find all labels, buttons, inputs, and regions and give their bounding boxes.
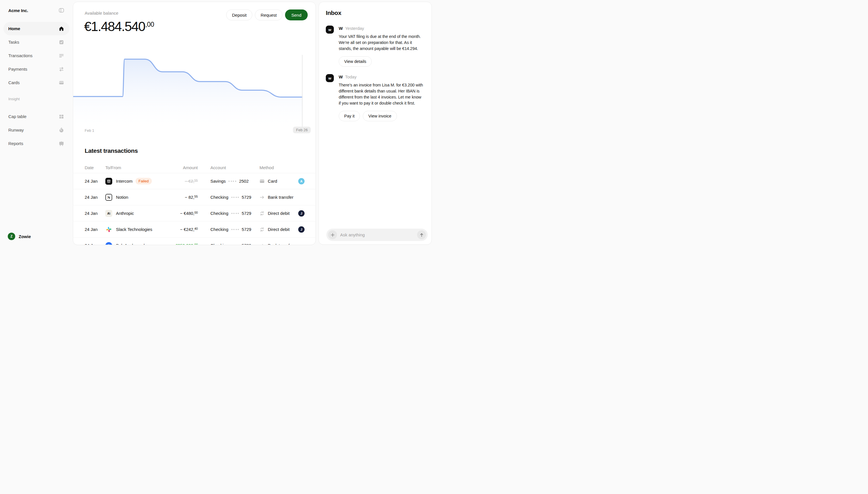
status-badge: Failed xyxy=(136,178,152,184)
col-header-tofrom: To/From xyxy=(105,165,166,170)
cell-method: Direct debit xyxy=(254,211,296,216)
attach-plus-icon[interactable] xyxy=(328,230,337,239)
cell-account: Checking5729 xyxy=(198,195,254,200)
table-row[interactable]: 24 JanBBob Appleseed€250.000,00Checking5… xyxy=(73,238,315,245)
sender-avatar: w xyxy=(326,25,334,34)
sidebar: Acme Inc. HomeTasksTransactionsPaymentsC… xyxy=(0,0,73,247)
sidebar-item-runway[interactable]: Runway xyxy=(3,123,70,137)
cell-date: 24 Jan xyxy=(85,211,105,216)
latest-transactions-section: Latest transactions Date To/From Amount … xyxy=(73,147,315,245)
cell-amount: − €480,00 xyxy=(166,211,198,216)
cell-method: Direct debit xyxy=(254,227,296,232)
chart-start-date-label: Feb 1 xyxy=(85,128,94,133)
message-body: Your VAT filing is due at the end of the… xyxy=(339,34,423,52)
counterparty-name: Slack Technologies xyxy=(116,227,152,232)
table-row[interactable]: 24 JanNNotion− 82,55Checking5729Bank tra… xyxy=(73,189,315,205)
user-menu[interactable]: Z Zowie xyxy=(8,233,31,240)
table-row[interactable]: 24 JanSlack Technologies− €242,40Checkin… xyxy=(73,222,315,238)
counterparty-name: Bob Appleseed xyxy=(116,243,145,245)
table-row[interactable]: 24 JanA\Anthropic− €480,00Checking5729Di… xyxy=(73,205,315,222)
transactions-icon xyxy=(59,53,64,59)
intercom-logo-icon xyxy=(105,178,112,185)
captable-icon xyxy=(59,114,64,119)
ask-anything-input[interactable] xyxy=(340,232,417,237)
sidebar-item-transactions[interactable]: Transactions xyxy=(3,49,70,62)
message-time: Yesterday xyxy=(345,26,364,31)
masked-digits-icon xyxy=(231,245,239,245)
counterparty-name: Notion xyxy=(116,195,128,200)
masked-digits-icon xyxy=(229,180,236,182)
inbox-panel: Inbox wWYesterdayYour VAT filing is due … xyxy=(319,2,432,245)
view-invoice-button[interactable]: View invoice xyxy=(363,111,397,121)
inbox-messages: wWYesterdayYour VAT filing is due at the… xyxy=(319,25,431,121)
cell-account: Checking5729 xyxy=(198,211,254,216)
sidebar-item-tasks[interactable]: Tasks xyxy=(3,35,70,49)
chart-marker-line xyxy=(302,55,302,128)
company-name: Acme Inc. xyxy=(8,8,28,13)
sidebar-item-cards[interactable]: Cards xyxy=(3,76,70,89)
sidebar-item-reports[interactable]: Reports xyxy=(3,137,70,150)
balance-label: Available balance xyxy=(85,11,118,16)
cell-amount: − €242,40 xyxy=(166,227,198,232)
cell-account: Checking5729 xyxy=(198,227,254,232)
sidebar-item-payments[interactable]: Payments xyxy=(3,62,70,76)
debit-method-icon xyxy=(259,211,265,216)
message-header: WToday xyxy=(339,74,356,79)
counterparty-name: Intercom xyxy=(116,179,133,184)
tasks-icon xyxy=(59,39,64,45)
cell-tofrom: BBob Appleseed xyxy=(105,242,166,245)
reports-icon xyxy=(59,141,64,147)
home-icon xyxy=(59,26,64,32)
app-root: { "sidebar": { "company": "Acme Inc.", "… xyxy=(0,0,434,247)
message-actions: View details xyxy=(339,56,425,66)
table-row[interactable]: 24 JanIntercomFailed− €2,55Savings2502Ca… xyxy=(73,173,315,189)
sidebar-item-label: Home xyxy=(8,26,20,31)
sender-name: W xyxy=(339,74,343,79)
cell-tofrom: Slack Technologies xyxy=(105,226,166,233)
anthropic-logo-icon: A\ xyxy=(105,210,112,217)
col-header-account: Account xyxy=(198,165,254,170)
message-header: WYesterday xyxy=(339,26,364,31)
view-details-button[interactable]: View details xyxy=(339,56,372,66)
message-time: Today xyxy=(345,74,356,79)
cell-date: 24 Jan xyxy=(85,243,105,245)
cell-method: Card xyxy=(254,179,296,184)
balance-chart-svg xyxy=(73,29,316,134)
col-header-amount: Amount xyxy=(166,165,198,170)
balance-chart: Feb 26 Feb 1 xyxy=(73,29,316,134)
message-body: There’s an invoice from Lisa M. for €3.2… xyxy=(339,82,423,106)
sidebar-item-home[interactable]: Home xyxy=(3,22,70,35)
request-button[interactable]: Request xyxy=(255,10,282,20)
send-button[interactable]: Send xyxy=(285,10,308,20)
counterparty-name: Anthropic xyxy=(116,211,134,216)
card-method-icon xyxy=(259,179,265,184)
cell-tofrom: IntercomFailed xyxy=(105,178,166,185)
payments-icon xyxy=(59,66,64,72)
masked-digits-icon xyxy=(231,229,239,230)
deposit-button[interactable]: Deposit xyxy=(226,10,252,20)
sidebar-section-label: Insight xyxy=(8,97,73,101)
submit-arrow-icon[interactable] xyxy=(417,230,426,239)
col-header-method: Method xyxy=(254,165,296,170)
cell-tofrom: NNotion xyxy=(105,194,166,201)
runway-icon xyxy=(59,127,64,133)
sender-avatar: w xyxy=(326,74,334,82)
avatar: J xyxy=(298,226,304,233)
inbox-message: wWTodayThere’s an invoice from Lisa M. f… xyxy=(319,74,431,121)
balance-amount-decimals: ,00 xyxy=(145,21,154,28)
cell-amount: − 82,55 xyxy=(166,195,198,200)
masked-digits-icon xyxy=(231,213,239,214)
avatar: B xyxy=(105,242,112,245)
pay-it-button[interactable]: Pay it xyxy=(339,111,360,121)
sender-name: W xyxy=(339,26,343,31)
sidebar-item-label: Reports xyxy=(8,141,23,146)
sidebar-item-cap-table[interactable]: Cap table xyxy=(3,110,70,123)
sidebar-item-label: Cards xyxy=(8,80,20,85)
slack-logo-icon xyxy=(105,226,112,233)
col-header-date: Date xyxy=(85,165,105,170)
user-name: Zowie xyxy=(19,234,31,239)
avatar: Z xyxy=(8,233,15,240)
inbox-message: wWYesterdayYour VAT filing is due at the… xyxy=(319,25,431,66)
notion-logo-icon: N xyxy=(105,194,112,201)
collapse-sidebar-icon[interactable] xyxy=(59,7,64,13)
